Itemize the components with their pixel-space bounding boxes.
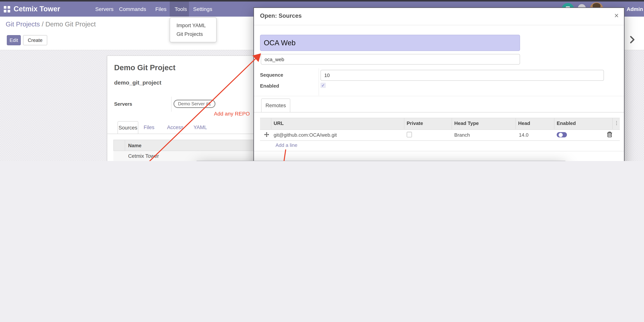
breadcrumb-current: Demo Git Project: [45, 20, 96, 28]
menu-item-import-yaml[interactable]: Import YAML: [170, 21, 216, 30]
source-tech-name-input[interactable]: oca_web: [261, 54, 520, 65]
tab-sources[interactable]: Sources: [118, 121, 138, 134]
column-url: URL: [274, 120, 284, 126]
delete-icon[interactable]: [607, 131, 612, 137]
sequence-input[interactable]: 10: [320, 70, 604, 81]
tab-access[interactable]: Access: [167, 125, 184, 130]
head-type-cell[interactable]: Branch: [454, 132, 470, 138]
tab-remotes[interactable]: Remotes: [261, 99, 290, 113]
field-divider: [171, 97, 172, 112]
enabled-checkbox[interactable]: ✓: [320, 83, 326, 88]
tools-dropdown: Import YAML Git Projects: [170, 17, 216, 42]
sources-modal-title: Open: Sources: [260, 12, 302, 19]
breadcrumb: Git Projects / Demo Git Project: [6, 20, 96, 28]
enabled-toggle[interactable]: [557, 132, 567, 137]
add-a-line-link[interactable]: Add a line: [276, 142, 298, 148]
nav-item-servers[interactable]: Servers: [95, 1, 114, 17]
edit-button[interactable]: Edit: [7, 35, 21, 45]
close-icon[interactable]: ×: [614, 12, 619, 18]
drag-handle-icon[interactable]: [264, 132, 269, 137]
window-top-strip: [0, 0, 644, 1]
source-name-input[interactable]: OCA Web: [260, 35, 520, 51]
git-project-form-card: Demo Git Project demo_git_project Server…: [107, 55, 268, 161]
app-brand[interactable]: Cetmix Tower: [14, 1, 60, 17]
private-checkbox[interactable]: [407, 132, 412, 137]
head-cell[interactable]: 14.0: [519, 132, 528, 138]
pager-next-icon[interactable]: [630, 36, 635, 43]
column-private: Private: [407, 120, 423, 126]
breadcrumb-separator: /: [42, 20, 46, 28]
apps-grid-icon[interactable]: [4, 6, 10, 12]
sources-modal: Open: Sources × OCA Web oca_web Sequence…: [254, 8, 624, 161]
tab-divider: [107, 134, 268, 134]
project-title: Demo Git Project: [114, 63, 176, 72]
servers-label: Servers: [114, 101, 132, 107]
remote-url-cell[interactable]: git@github.com:OCA/web.git: [274, 132, 337, 138]
nav-item-commands[interactable]: Commands: [119, 1, 146, 17]
sources-list-handle-column: [114, 140, 125, 151]
breadcrumb-parent-link[interactable]: Git Projects: [6, 20, 40, 28]
tab-yaml[interactable]: YAML: [194, 125, 207, 130]
app-window: Cetmix Tower Servers Commands Files Tool…: [0, 0, 644, 161]
nav-item-settings[interactable]: Settings: [193, 1, 212, 17]
column-head: Head: [518, 120, 530, 126]
sequence-label: Sequence: [260, 72, 283, 78]
menu-item-git-projects[interactable]: Git Projects: [170, 30, 216, 38]
tab-files[interactable]: Files: [144, 125, 154, 130]
server-tag[interactable]: Demo Server #1: [174, 100, 216, 108]
nav-item-tools[interactable]: Tools: [174, 1, 187, 17]
create-button[interactable]: Create: [23, 35, 47, 45]
user-menu[interactable]: Admin: [626, 1, 643, 17]
annotation-add-any-repo: Add any REPO: [214, 111, 250, 117]
column-head-type: Head Type: [454, 120, 479, 126]
project-tech-name: demo_git_project: [114, 79, 162, 86]
source-row[interactable]: Cetmix Tower: [114, 151, 268, 161]
nav-item-files[interactable]: Files: [155, 1, 166, 17]
enabled-label: Enabled: [260, 83, 279, 89]
column-enabled: Enabled: [557, 120, 576, 126]
optional-columns-icon[interactable]: ⋮: [614, 120, 619, 126]
column-name: Name: [128, 143, 142, 148]
